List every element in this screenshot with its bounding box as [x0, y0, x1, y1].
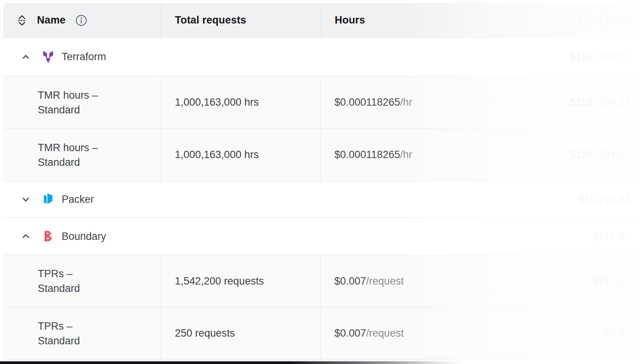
item-total-requests-cell: 1,542,200 requests — [161, 255, 320, 307]
chevron-up-icon[interactable] — [20, 52, 32, 62]
item-total-requests-cell: 250 requests — [161, 307, 320, 359]
column-header-hours: Hours — [335, 14, 365, 26]
column-header-total-price-cell: Total price — [482, 3, 636, 37]
group-row-label: Boundary — [62, 231, 106, 243]
chevron-down-icon[interactable] — [20, 194, 32, 204]
table-header-row: Name Total requests Hours Total price — [3, 3, 636, 38]
group-row-label: Packer — [62, 194, 94, 206]
bottom-cutoff-bar — [0, 361, 644, 364]
packer-logo — [42, 193, 55, 206]
group-row-terraform-label-cell: Terraform — [3, 38, 482, 76]
item-name-cell: TMR hours – Standard — [3, 129, 161, 181]
item-total-price: $0.00 — [482, 307, 636, 359]
info-icon[interactable] — [75, 14, 88, 27]
item-name-cell: TPRs – Standard — [3, 255, 161, 307]
group-total-price: $10,795.44 — [482, 181, 636, 217]
item-total-requests-cell: 1,000,163,000 hrs — [161, 76, 320, 128]
item-name-cell: TPRs – Standard — [3, 307, 161, 359]
column-header-name-cell: Name — [3, 3, 161, 37]
item-total-price: $717.00 — [482, 255, 636, 307]
item-rate-cell: $0.000118265/hr — [320, 76, 482, 128]
table-row: TPRs – Standard 250 requests $0.007/requ… — [3, 307, 636, 360]
column-header-hours-cell: Hours — [320, 3, 482, 37]
group-row-boundary-label-cell: Boundary — [3, 218, 482, 255]
column-header-total-requests-cell: Total requests — [161, 3, 320, 37]
terraform-logo — [42, 51, 55, 64]
column-header-total-price: Total price — [577, 14, 630, 26]
reorder-sort-icon[interactable] — [16, 13, 28, 27]
column-header-total-requests: Total requests — [175, 14, 246, 26]
group-row-packer[interactable]: Packer $10,795.44 — [3, 181, 636, 218]
item-rate-cell: $0.007/request — [320, 307, 482, 359]
chevron-up-icon[interactable] — [20, 231, 32, 241]
item-rate-cell: $0.000118265/hr — [320, 129, 482, 181]
boundary-logo — [42, 230, 55, 243]
group-row-label: Terraform — [62, 51, 106, 63]
item-total-requests-cell: 1,000,163,000 hrs — [161, 129, 320, 181]
group-row-terraform[interactable]: Terraform $118, 284.27 — [3, 38, 636, 76]
group-total-price: $717.00 — [482, 218, 636, 255]
column-header-name: Name — [37, 14, 65, 26]
table-row: TPRs – Standard 1,542,200 requests $0.00… — [3, 255, 636, 307]
item-rate-cell: $0.007/request — [320, 255, 482, 307]
table-row: TMR hours – Standard 1,000,163,000 hrs $… — [3, 129, 636, 181]
item-name-cell: TMR hours – Standard — [3, 76, 161, 128]
group-row-packer-label-cell: Packer — [3, 181, 482, 217]
usage-pricing-screen: Name Total requests Hours Total price — [0, 0, 644, 364]
item-total-price: $118, 284.27 — [482, 76, 636, 128]
group-row-boundary[interactable]: Boundary $717.00 — [3, 218, 636, 255]
group-total-price: $118, 284.27 — [482, 38, 636, 76]
usage-pricing-table: Name Total requests Hours Total price — [3, 3, 636, 360]
item-total-price: $118, 284.27 — [482, 129, 636, 181]
table-row: TMR hours – Standard 1,000,163,000 hrs $… — [3, 76, 636, 129]
